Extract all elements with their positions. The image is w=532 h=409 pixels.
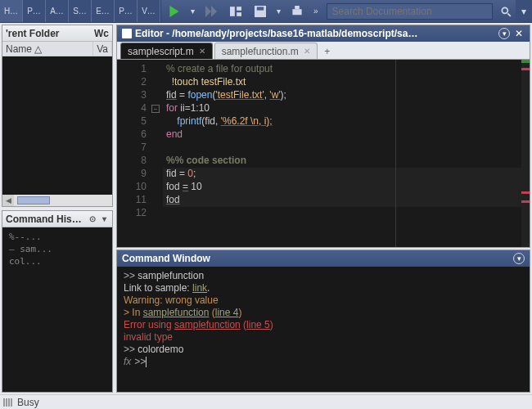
status-busy-icon [3, 398, 12, 407]
svg-marker-2 [211, 6, 217, 17]
code-line[interactable]: fid = 0; [163, 168, 521, 181]
editor-body[interactable]: 123456789101112 − % create a file for ou… [117, 60, 530, 247]
code-line[interactable] [163, 207, 521, 220]
fold-column: − [150, 60, 163, 247]
run-dropdown[interactable]: ▾ [189, 7, 196, 16]
editor-tab[interactable]: samplefunction.m✕ [214, 43, 318, 59]
new-tab-button[interactable]: + [319, 44, 336, 59]
tab-close-icon[interactable]: ✕ [199, 47, 205, 56]
folder-col-name[interactable]: Name △ [2, 42, 93, 56]
print-button[interactable] [287, 3, 307, 20]
svg-point-10 [502, 7, 507, 13]
folder-body [2, 56, 112, 195]
toolbar-tab[interactable]: E… [92, 0, 115, 22]
command-history-panel: Command His… ⊙ ▾ %--...sam...col... [2, 210, 113, 393]
run-button[interactable] [165, 3, 184, 20]
code-margin-line [395, 60, 396, 247]
scroll-left[interactable]: ◀ [2, 195, 14, 206]
cmd-title: Command Window [122, 253, 210, 264]
current-folder-panel: 'rent Folder Wc Name △ Va ◀ [2, 25, 113, 207]
toolbar-tab[interactable]: H… [0, 0, 23, 22]
toolbar-tab[interactable]: P… [23, 0, 46, 22]
editor-dock-icon[interactable]: ▾ [498, 28, 510, 39]
code-line[interactable]: fid = fopen('testFile.txt', 'w'); [163, 89, 521, 102]
line-gutter: 123456789101112 [117, 60, 150, 247]
svg-marker-0 [169, 6, 178, 17]
toolbar-tab[interactable]: V… [138, 0, 160, 22]
cmd-line: Warning: wrong value [124, 294, 523, 307]
command-window-panel: Command Window ▾ >> samplefunctionLink t… [116, 249, 530, 393]
sidebar: 'rent Folder Wc Name △ Va ◀ Command His…… [0, 23, 115, 394]
folder-col-value[interactable]: Va [93, 42, 112, 56]
code-line[interactable]: !touch testFile.txt [163, 76, 521, 89]
svg-rect-3 [230, 7, 235, 16]
cmd-line: >> samplefunction [124, 270, 523, 282]
status-text: Busy [17, 397, 39, 408]
history-item[interactable]: sam... [6, 243, 109, 255]
svg-rect-4 [237, 7, 241, 11]
code-line[interactable]: fprintf(fid, '%6.2f \n, i); [163, 115, 521, 128]
code-line[interactable]: % create a file for output [163, 63, 521, 76]
toolbar-tab[interactable]: S… [69, 0, 92, 22]
cmd-dock-icon[interactable]: ▾ [513, 253, 525, 264]
fx-icon: fx [124, 356, 131, 367]
code-area[interactable]: % create a file for output !touch testFi… [163, 60, 521, 247]
folder-title: 'rent Folder [6, 28, 60, 39]
history-dropdown-icon[interactable]: ⊙ [88, 214, 97, 224]
search-container [327, 3, 493, 20]
svg-line-11 [507, 13, 511, 16]
toolbar-tabs: H…P…A…S…E…P…V… [0, 0, 160, 22]
fold-icon[interactable]: − [151, 105, 160, 113]
code-line[interactable]: end [163, 128, 521, 142]
code-line[interactable]: %% code section [163, 155, 521, 168]
cmd-body[interactable]: >> samplefunctionLink to sample: link.Wa… [117, 267, 530, 392]
more-chevron[interactable]: » [312, 7, 320, 16]
editor-tabs: samplescript.m✕samplefunction.m✕+ [117, 42, 530, 60]
editor-minimap[interactable] [521, 60, 530, 247]
editor-icon [122, 29, 132, 38]
toolbar-tab[interactable]: P… [115, 0, 138, 22]
status-bar: Busy [0, 394, 532, 409]
cmd-line: > In samplefunction (line 4) [124, 307, 523, 319]
search-input[interactable] [327, 3, 493, 20]
history-close-icon[interactable]: ▾ [99, 214, 109, 224]
cmd-line: invalid type [124, 331, 523, 344]
cmd-line: >> colordemo [124, 344, 523, 356]
toolbar-menu[interactable]: ▾ [516, 0, 532, 22]
tab-close-icon[interactable]: ✕ [304, 47, 310, 56]
svg-marker-1 [205, 6, 211, 17]
editor-panel: Editor - /home/andy/projects/base16-matl… [116, 25, 530, 248]
cmd-line: Link to sample: link. [124, 282, 523, 294]
history-item[interactable]: col... [6, 255, 109, 267]
code-line[interactable]: for ii=1:10 [163, 102, 521, 115]
history-item[interactable]: %--... [6, 231, 109, 243]
svg-rect-8 [292, 9, 301, 15]
layout-button[interactable] [226, 3, 246, 20]
folder-tab[interactable]: Wc [94, 28, 109, 39]
save-button[interactable] [250, 3, 270, 20]
toolbar-actions: ▾ ▾ » [161, 0, 323, 22]
cmd-line: Error using samplefunction (line 5) [124, 319, 523, 331]
editor-close-icon[interactable]: ✕ [513, 28, 525, 39]
scroll-thumb[interactable] [17, 196, 50, 204]
svg-rect-5 [237, 12, 241, 16]
code-line[interactable]: fod = 10 [163, 181, 521, 194]
main-toolbar: H…P…A…S…E…P…V… ▾ ▾ » ▾ [0, 0, 532, 23]
save-dropdown[interactable]: ▾ [275, 7, 282, 16]
cmd-cursor[interactable] [146, 357, 147, 367]
svg-rect-7 [257, 7, 264, 10]
history-title: Command His… [6, 213, 82, 225]
code-line[interactable]: fod [163, 194, 521, 207]
main-area: Editor - /home/andy/projects/base16-matl… [116, 25, 530, 393]
svg-rect-9 [295, 6, 300, 9]
toolbar-tab[interactable]: A… [46, 0, 69, 22]
editor-tab[interactable]: samplescript.m✕ [120, 43, 213, 59]
step-button[interactable] [201, 3, 221, 20]
search-button[interactable] [496, 3, 516, 20]
history-body: %--...sam...col... [2, 227, 112, 392]
cmd-prompt[interactable]: fx>> [124, 356, 523, 367]
folder-scrollbar[interactable]: ◀ [2, 195, 112, 206]
editor-title: Editor - /home/andy/projects/base16-matl… [135, 28, 417, 39]
code-line[interactable] [163, 142, 521, 155]
